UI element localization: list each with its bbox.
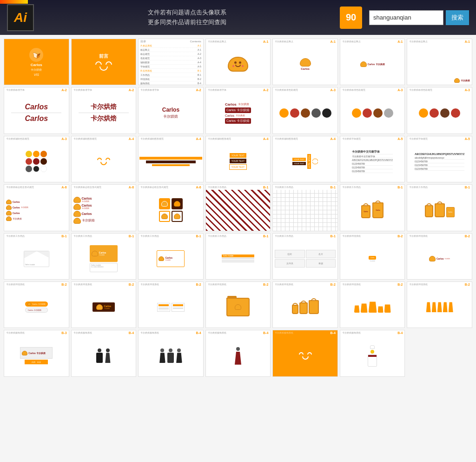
logo-cn-combo: 卡尔烘焙 bbox=[163, 114, 178, 119]
bag-s bbox=[299, 302, 308, 314]
contents-card: 目录 Contents A 标志系统A-1 标志释义A-1 标志规范A-2 色彩… bbox=[138, 39, 204, 85]
biz-card-front: Carlos 卡尔烘焙 bbox=[90, 245, 118, 262]
logo-small-card: 卡尔烘焙标志释义 A-1 Carlos 卡尔烘焙 bbox=[340, 39, 405, 85]
apron-figure bbox=[233, 347, 243, 365]
card-header: 卡尔烘焙辅助图形规范 A-4 bbox=[72, 136, 136, 141]
figure-d3 bbox=[176, 348, 182, 363]
logo-cn-big-card: 卡尔烘焙标准字体 A-2 卡尔烘焙 卡尔烘焙 bbox=[71, 87, 137, 134]
bread-face bbox=[234, 61, 241, 67]
card-body: Carlos Carlos bbox=[340, 190, 405, 231]
thumbnail-grid: 🍞 Carlos 卡尔烘焙 VIS 前言 目录 bbox=[4, 39, 472, 377]
contents-header: 目录 Contents bbox=[139, 39, 203, 43]
stat-3: 文件夹 bbox=[275, 259, 304, 268]
color-circles-3 bbox=[418, 107, 461, 119]
stationery-items: 信封 名片 文件夹 单据 bbox=[274, 249, 337, 268]
color-circles-2 bbox=[351, 107, 394, 119]
card-body: Carlos 卡尔烘焙 bbox=[139, 238, 203, 279]
typo-en-title: ABCDEFGHIJKLMNOPQRSTUVWXYZ bbox=[352, 159, 393, 162]
combo-lg-3: Carlos bbox=[73, 211, 92, 217]
uniform-dress-card: 卡尔烘焙服饰系统 B-4 bbox=[138, 330, 204, 376]
biz-card-2: Carlos 卡尔烘焙 bbox=[157, 250, 185, 267]
apron-body bbox=[233, 352, 243, 365]
combo-lg-1: Carlos 卡尔烘焙 bbox=[73, 197, 92, 203]
dot-1 bbox=[26, 151, 32, 157]
card-body bbox=[72, 335, 136, 376]
tb1: YOUR TEXT bbox=[292, 158, 306, 161]
combo-3: Carlos bbox=[6, 211, 20, 215]
bread-body bbox=[228, 57, 248, 72]
cover-title: Carlos bbox=[31, 63, 42, 67]
orange-bar-sm bbox=[152, 164, 190, 166]
bags-group-2: Carlos bbox=[425, 203, 455, 217]
fig-body-d1 bbox=[159, 353, 165, 363]
logo-en-big-card: 卡尔烘焙标准字体 A-2 Carlos Carlos bbox=[4, 87, 69, 134]
card-body: Carlos bbox=[407, 190, 472, 231]
combo-lg-4: 卡尔烘焙 bbox=[73, 218, 95, 224]
fig-head-d1 bbox=[160, 348, 164, 352]
pattern-stripes-card: 卡尔烘焙工作用品 B-1 bbox=[205, 184, 271, 231]
card-header: 卡尔烘焙服饰系统 B-4 bbox=[139, 330, 203, 335]
figure-d1 bbox=[159, 348, 165, 363]
topbar-center-text: 文件若有问题请点击头像联系 更多同类作品请前往空间查阅 bbox=[41, 8, 333, 27]
dot-2 bbox=[33, 151, 40, 157]
bag-xs bbox=[292, 305, 298, 314]
logo-variants-card: 卡尔烘焙标准字体 A-2 Carlos 卡尔烘焙 Carlos 卡尔烘焙 Car… bbox=[205, 87, 271, 134]
mouth-decoration bbox=[99, 67, 108, 71]
typo-en-line: ABCDEFGHIJKLMNOPQRSTUVWXYZ bbox=[415, 153, 464, 156]
logo-combos-big-card: 卡尔烘焙标志组合形式规范 A-6 Carlos 卡尔烘焙 Carlos 卡尔烘焙 bbox=[71, 184, 137, 231]
divider bbox=[11, 113, 61, 113]
white-eye-r bbox=[307, 352, 312, 355]
logo-row-4: Carlos 卡尔烘焙 bbox=[225, 118, 251, 124]
card-body: Carlos Carlos 卡尔烘焙 Carlos 卡尔烘焙 bbox=[4, 190, 69, 231]
eye-left bbox=[234, 61, 237, 64]
logo-stamps-card: 卡尔烘焙标志组合形式规范 A-6 bbox=[138, 184, 204, 231]
figure-male bbox=[96, 348, 103, 363]
logo-cn-1: 卡尔烘焙 bbox=[91, 103, 117, 111]
card-header: 卡尔烘焙工作用品 B-1 bbox=[4, 234, 69, 238]
color-palette-2-card: 卡尔烘焙标准色彩规范 A-3 bbox=[340, 87, 405, 134]
search-input[interactable] bbox=[369, 10, 443, 25]
typography-card: 卡尔烘焙字体规范 A-5 卡尔烘焙中文印刷字体 卡尔烘焙中文印刷字体 ABCDE… bbox=[340, 136, 405, 182]
logo-row-2: Carlos 卡尔烘焙 bbox=[225, 107, 251, 113]
white-mouth bbox=[302, 356, 309, 360]
bag-md bbox=[435, 203, 445, 217]
eye-right bbox=[106, 61, 112, 65]
color-dots-grid bbox=[25, 150, 48, 173]
bag-handle-2 bbox=[375, 201, 381, 203]
color-red bbox=[430, 108, 439, 118]
combo-2: Carlos 卡尔烘焙 bbox=[6, 205, 28, 210]
dot-4 bbox=[26, 158, 32, 165]
preface-title: 前言 bbox=[99, 53, 108, 60]
card-body bbox=[206, 190, 271, 231]
search-area: 搜索 bbox=[369, 10, 469, 25]
contents-label-cn: 目录 bbox=[140, 40, 146, 43]
folder-shape bbox=[226, 298, 250, 316]
color-orange bbox=[419, 108, 428, 118]
color-red bbox=[363, 108, 372, 118]
card-header: 卡尔烘焙标志释义 A-1 bbox=[407, 39, 472, 44]
logo-en-2: Carlos bbox=[25, 114, 48, 123]
dot-6 bbox=[40, 158, 47, 165]
logo-cn-2: 卡尔烘焙 bbox=[91, 114, 117, 123]
business-card-card: 卡尔烘焙工作用品 B-1 Carlos 卡尔烘焙 Carlos 卡尔烘焙 Tel… bbox=[71, 233, 137, 280]
orange-full-card: 卡尔烘焙服饰系统 B-4 bbox=[272, 330, 338, 376]
chef-figure bbox=[368, 345, 377, 367]
biz-card-back: Carlos 卡尔烘焙 Tel: 0000-00000000 bbox=[90, 263, 118, 272]
text-box-2: YOUR TEXT bbox=[230, 159, 247, 163]
envelope-card: 卡尔烘焙工作用品 B-1 Carlos 卡尔烘焙 bbox=[4, 233, 69, 280]
folder-tab bbox=[227, 296, 237, 299]
chef-uniform bbox=[368, 355, 377, 367]
sheet-1 bbox=[157, 303, 170, 312]
contents-item: 字体规范A-5 bbox=[140, 65, 201, 69]
cup-xl bbox=[378, 306, 383, 313]
bags-lineup bbox=[292, 300, 319, 314]
contents-item: 工作用品B-1 bbox=[140, 74, 201, 77]
face-pattern bbox=[97, 158, 110, 165]
stamp-4 bbox=[172, 211, 183, 222]
text-boxes-card: 卡尔烘焙辅助图形规范 A-4 YOUR TEXT YOUR TEXT YOUR … bbox=[205, 136, 271, 182]
search-button[interactable]: 搜索 bbox=[446, 10, 469, 25]
tall-cup-1 bbox=[426, 302, 431, 312]
form-sheets-group bbox=[157, 303, 185, 312]
dark-sign: Carlos 卡尔烘焙 bbox=[93, 302, 115, 312]
logo-en-1: Carlos bbox=[25, 103, 48, 111]
